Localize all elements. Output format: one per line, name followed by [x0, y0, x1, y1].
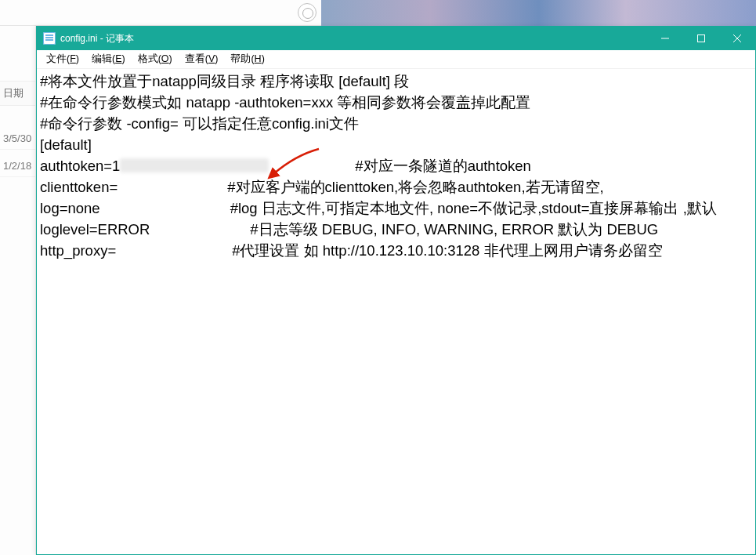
- menu-edit[interactable]: 编辑(E): [85, 51, 132, 67]
- text-line: log=none#log 日志文件,可指定本地文件, none=不做记录,std…: [40, 198, 752, 219]
- svg-rect-1: [698, 35, 705, 42]
- menu-help[interactable]: 帮助(H): [224, 51, 270, 67]
- menu-file[interactable]: 文件(F): [40, 51, 85, 67]
- minimize-button[interactable]: [647, 27, 683, 50]
- text-line: #将本文件放置于natapp同级目录 程序将读取 [default] 段: [40, 71, 752, 92]
- text-line: http_proxy=#代理设置 如 http://10.123.10.10:3…: [40, 240, 752, 261]
- titlebar[interactable]: config.ini - 记事本: [37, 27, 755, 50]
- text-line: #命令行参数 -config= 可以指定任意config.ini文件: [40, 113, 752, 134]
- background-row: 1/2/18: [0, 155, 35, 177]
- refresh-icon: [298, 3, 317, 22]
- text-line: loglevel=ERROR#日志等级 DEBUG, INFO, WARNING…: [40, 219, 752, 240]
- text-line: authtoken=1#对应一条隧道的authtoken: [40, 155, 752, 176]
- menu-view[interactable]: 查看(V): [179, 51, 225, 67]
- menubar: 文件(F) 编辑(E) 格式(O) 查看(V) 帮助(H): [37, 50, 755, 69]
- menu-format[interactable]: 格式(O): [132, 51, 179, 67]
- notepad-icon: [43, 32, 56, 45]
- background-row: 3/5/30: [0, 128, 35, 150]
- text-line: [default]: [40, 134, 752, 155]
- background-image: [321, 0, 756, 26]
- text-editor[interactable]: #将本文件放置于natapp同级目录 程序将读取 [default] 段 #在命…: [37, 69, 755, 554]
- close-button[interactable]: [719, 27, 755, 50]
- redacted-token: [120, 158, 269, 172]
- background-column-header: 日期: [0, 81, 35, 106]
- text-line: clienttoken=#对应客户端的clienttoken,将会忽略autht…: [40, 176, 752, 198]
- background-panel: 日期 3/5/30 1/2/18: [0, 26, 36, 555]
- notepad-window: config.ini - 记事本 文件(F) 编辑(E) 格式(O) 查看(V)…: [36, 26, 756, 555]
- text-line: #在命令行参数模式如 natapp -authtoken=xxx 等相同参数将会…: [40, 92, 752, 113]
- window-title: config.ini - 记事本: [60, 32, 134, 45]
- maximize-button[interactable]: [683, 27, 719, 50]
